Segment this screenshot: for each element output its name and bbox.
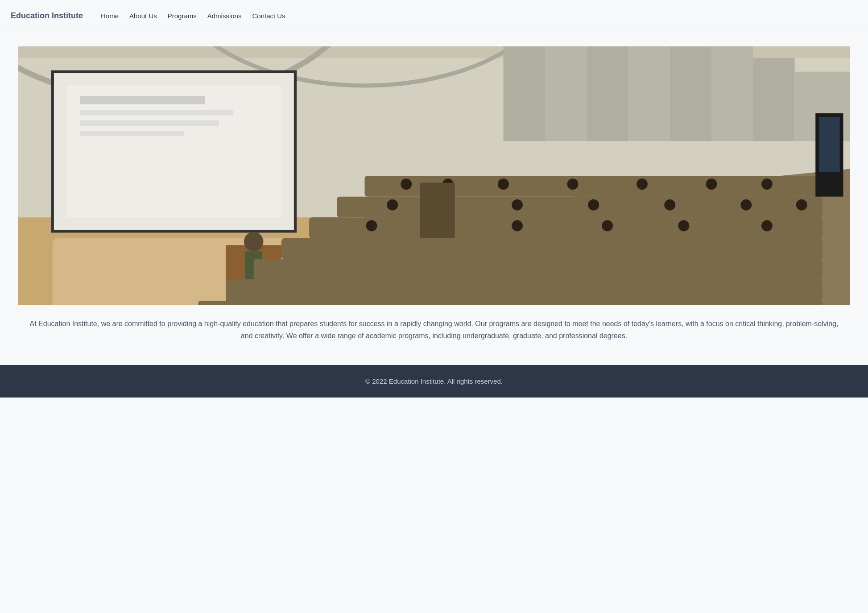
- svg-rect-19: [80, 110, 233, 115]
- nav-item-programs[interactable]: Programs: [168, 12, 197, 20]
- nav-item-about[interactable]: About Us: [129, 12, 157, 20]
- nav-item-contact[interactable]: Contact Us: [252, 12, 285, 20]
- lecture-hall-svg: [18, 46, 850, 305]
- svg-rect-27: [281, 238, 823, 259]
- svg-point-39: [761, 178, 773, 190]
- svg-point-22: [244, 232, 264, 252]
- svg-point-52: [761, 220, 773, 232]
- svg-point-43: [588, 199, 599, 211]
- svg-rect-26: [309, 217, 823, 238]
- hero-image: [18, 46, 850, 305]
- svg-rect-58: [819, 117, 840, 172]
- nav-link-contact[interactable]: Contact Us: [252, 12, 285, 20]
- nav-links: Home About Us Programs Admissions Contac…: [101, 12, 285, 20]
- svg-rect-18: [80, 96, 205, 104]
- svg-rect-29: [226, 280, 823, 301]
- svg-point-37: [637, 178, 648, 190]
- svg-point-42: [512, 199, 523, 211]
- hero-image-container: [18, 46, 850, 305]
- nav-link-programs[interactable]: Programs: [168, 12, 197, 20]
- svg-rect-28: [254, 259, 823, 280]
- svg-rect-8: [670, 46, 711, 141]
- main-content: At Education Institute, we are committed…: [0, 32, 868, 365]
- hero-description: At Education Institute, we are committed…: [18, 318, 850, 351]
- footer: © 2022 Education Institute. All rights r…: [0, 365, 868, 398]
- svg-point-33: [401, 178, 412, 190]
- svg-rect-17: [66, 86, 281, 217]
- svg-point-49: [512, 220, 523, 232]
- svg-point-45: [740, 199, 752, 211]
- footer-copyright: © 2022 Education Institute. All rights r…: [11, 377, 857, 385]
- svg-rect-7: [628, 46, 670, 141]
- nav-brand: Education Institute: [11, 11, 83, 21]
- nav-link-home[interactable]: Home: [101, 12, 119, 20]
- nav-link-about[interactable]: About Us: [129, 12, 157, 20]
- svg-point-38: [706, 178, 717, 190]
- svg-point-36: [567, 178, 579, 190]
- svg-rect-20: [80, 120, 219, 126]
- svg-rect-9: [711, 46, 753, 141]
- svg-point-40: [387, 199, 398, 211]
- nav-item-home[interactable]: Home: [101, 12, 119, 20]
- svg-point-46: [796, 199, 807, 211]
- svg-rect-30: [198, 301, 823, 305]
- svg-point-51: [678, 220, 689, 232]
- svg-point-50: [602, 220, 613, 232]
- nav-item-admissions[interactable]: Admissions: [207, 12, 242, 20]
- nav-link-admissions[interactable]: Admissions: [207, 12, 242, 20]
- svg-rect-4: [504, 46, 545, 141]
- svg-point-35: [498, 178, 509, 190]
- svg-rect-5: [545, 46, 587, 141]
- svg-rect-56: [420, 183, 455, 238]
- svg-rect-10: [753, 58, 794, 141]
- svg-point-47: [366, 220, 377, 232]
- svg-rect-21: [80, 131, 184, 136]
- svg-point-44: [664, 199, 675, 211]
- svg-rect-6: [587, 46, 628, 141]
- navbar: Education Institute Home About Us Progra…: [0, 0, 868, 32]
